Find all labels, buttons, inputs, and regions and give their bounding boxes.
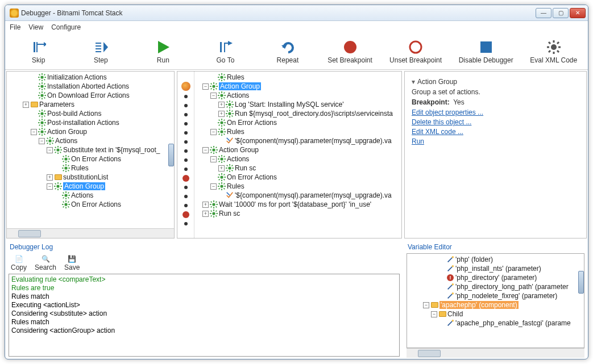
gutter-dot[interactable] — [184, 104, 188, 107]
tree-toggle[interactable]: − — [210, 156, 217, 162]
log-search-button[interactable]: 🔍Search — [35, 254, 56, 271]
tree-toggle[interactable]: + — [218, 111, 225, 117]
tree-item[interactable]: On Download Error Actions — [7, 91, 174, 100]
minimize-button[interactable]: — — [536, 8, 551, 18]
tree-toggle[interactable]: − — [210, 183, 217, 190]
tree-toggle[interactable]: − — [47, 147, 53, 153]
scrollbar[interactable] — [7, 228, 174, 238]
tree-item[interactable]: Installation Aborted Actions — [7, 82, 174, 91]
tree-toggle[interactable]: − — [423, 302, 429, 308]
menu-view[interactable]: View — [28, 23, 43, 31]
tree-toggle[interactable]: + — [218, 165, 225, 171]
tree-toggle[interactable]: − — [210, 93, 217, 99]
tree-toggle[interactable]: − — [39, 138, 45, 144]
tree-item[interactable]: +Run ${mysql_root_directory.dos}\scripts… — [194, 109, 401, 118]
gutter-dot[interactable] — [184, 158, 188, 162]
gutter-dot[interactable] — [184, 195, 188, 198]
tree-toggle[interactable]: + — [202, 202, 209, 208]
tree-item[interactable]: −Actions — [7, 136, 174, 145]
unset-breakpoint-button[interactable]: Unset Breakpoint — [389, 39, 442, 64]
tree-item[interactable]: +Parameters — [7, 100, 174, 109]
tree-item[interactable]: +Run sc — [194, 209, 401, 218]
tree-item[interactable]: −'apachephp' (component) — [407, 300, 584, 309]
gutter-dot[interactable] — [184, 222, 188, 225]
tree-item[interactable]: On Error Actions — [194, 118, 401, 127]
tree-item[interactable]: Rules — [7, 164, 174, 173]
breakpoint-marker[interactable] — [183, 211, 189, 218]
props-link[interactable]: Edit XML code ... — [412, 128, 579, 136]
titlebar[interactable]: Debugger - Bitnami Tomcat Stack — ▢ ✕ — [5, 5, 588, 21]
splitter-handle[interactable] — [168, 144, 174, 166]
tree-toggle[interactable]: − — [202, 83, 209, 90]
tree-item[interactable]: +Log 'Start: Installing MySQL service' — [194, 100, 401, 109]
gutter-dot[interactable] — [184, 113, 188, 116]
tree-toggle[interactable]: − — [47, 183, 53, 190]
collapse-icon[interactable]: ▾ — [412, 78, 415, 86]
tree-item[interactable]: −Action Group — [7, 127, 174, 136]
eval-xml-button[interactable]: Eval XML Code — [530, 39, 577, 64]
props-link[interactable]: Edit object properties ... — [412, 108, 579, 116]
props-link[interactable]: Delete this object ... — [412, 118, 579, 126]
close-button[interactable]: ✕ — [570, 8, 586, 18]
log-save-button[interactable]: 💾Save — [64, 254, 80, 271]
tree-item[interactable]: −Rules — [194, 127, 401, 136]
tree-item[interactable]: −Child — [407, 309, 584, 319]
log-copy-button[interactable]: 📄Copy — [11, 254, 27, 271]
tree-item[interactable]: On Error Actions — [194, 173, 401, 182]
goto-button[interactable]: Go To — [202, 39, 248, 64]
tree-item[interactable]: −Action Group — [194, 145, 401, 154]
tree-toggle[interactable]: + — [202, 211, 209, 217]
left-tree[interactable]: Initialization ActionsInstallation Abort… — [7, 72, 174, 210]
tree-item[interactable]: '${component(mysql).parameter(mysql_upgr… — [194, 136, 401, 145]
tree-toggle[interactable]: − — [31, 129, 37, 135]
tree-item[interactable]: Rules — [194, 73, 401, 82]
tree-item[interactable]: '${component(mysql).parameter(mysql_upgr… — [194, 191, 401, 200]
tree-item[interactable]: −Action Group — [7, 182, 174, 191]
tree-item[interactable]: 'php_directory_long_path' (parameter — [407, 282, 584, 291]
gutter-dot[interactable] — [184, 122, 188, 125]
tree-toggle[interactable]: − — [210, 129, 217, 135]
log-body[interactable]: Evaluating rule <compareText>Rules are t… — [9, 274, 400, 357]
breakpoint-gutter[interactable] — [177, 72, 194, 238]
set-breakpoint-button[interactable]: Set Breakpoint — [327, 39, 373, 64]
tree-item[interactable]: +substitutionList — [7, 173, 174, 182]
gutter-dot[interactable] — [184, 149, 188, 153]
middle-tree[interactable]: Rules−Action Group−Actions+Log 'Start: I… — [194, 72, 401, 238]
tree-item[interactable]: !'php_directory' (parameter) — [407, 273, 584, 282]
tree-item[interactable]: −Actions — [194, 91, 401, 100]
tree-item[interactable]: 'apache_php_enable_fastcgi' (parame — [407, 319, 584, 328]
tree-toggle[interactable]: + — [218, 102, 225, 108]
tree-item[interactable]: −Action Group — [194, 82, 401, 91]
tree-item[interactable]: +Run sc — [194, 164, 401, 173]
gutter-dot[interactable] — [184, 186, 188, 189]
tree-item[interactable]: −Substitute text in '${mysql_root_ — [7, 145, 174, 154]
tree-item[interactable]: Post-installation Actions — [7, 118, 174, 127]
step-button[interactable]: Step — [78, 39, 123, 64]
gutter-dot[interactable] — [184, 131, 188, 135]
tree-toggle[interactable]: − — [202, 147, 209, 153]
tree-item[interactable]: −Actions — [194, 154, 401, 164]
tree-item[interactable]: −Rules — [194, 182, 401, 191]
tree-toggle[interactable]: + — [23, 102, 29, 108]
tree-toggle[interactable]: − — [431, 311, 437, 317]
splitter-handle[interactable] — [578, 271, 584, 294]
run-button[interactable]: Run — [140, 39, 186, 64]
tree-item[interactable]: 'php_install_nts' (parameter) — [407, 264, 584, 273]
repeat-button[interactable]: Repeat — [265, 39, 310, 64]
props-link[interactable]: Run — [412, 137, 579, 145]
menu-configure[interactable]: Configure — [51, 23, 81, 31]
tree-item[interactable]: Post-build Actions — [7, 109, 174, 118]
skip-button[interactable]: Skip — [16, 39, 61, 64]
gutter-dot[interactable] — [184, 95, 188, 98]
tree-item[interactable]: 'php_nodelete_fixreg' (parameter) — [407, 291, 584, 300]
tree-item[interactable]: Actions — [7, 191, 174, 200]
gutter-dot[interactable] — [184, 168, 188, 171]
variable-tree[interactable]: 'php' (folder)'php_install_nts' (paramet… — [407, 254, 584, 329]
gutter-dot[interactable] — [184, 140, 188, 144]
tree-item[interactable]: +Wait '10000' ms for port '${database_po… — [194, 200, 401, 209]
tree-item[interactable]: On Error Actions — [7, 200, 174, 209]
tree-item[interactable]: Initialization Actions — [7, 73, 174, 82]
menu-file[interactable]: File — [10, 23, 20, 31]
scrollbar[interactable] — [407, 348, 584, 358]
disable-debugger-button[interactable]: Disable Debugger — [459, 39, 513, 64]
